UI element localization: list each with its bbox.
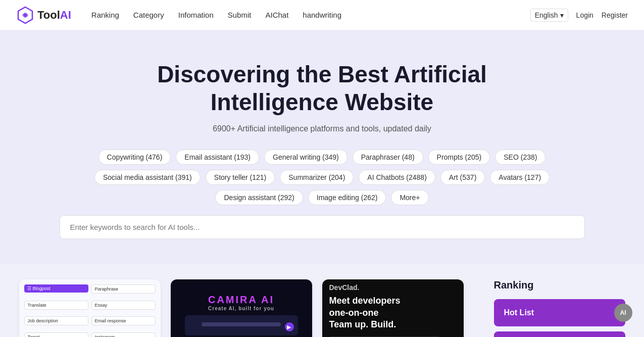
chip-email-response: Email response (91, 316, 156, 325)
nav-right: English ▾ Login Register (530, 9, 628, 22)
tag-paraphraser[interactable]: Paraphraser (48) (353, 150, 423, 165)
nav-item-infomation[interactable]: Infomation (178, 11, 214, 19)
tag-story-teller[interactable]: Story teller (121) (206, 170, 275, 185)
tools-grid: ☰ Blogpost Paraphrase Translate Essay Jo… (19, 279, 479, 337)
devclad-logo: DevClad. (329, 282, 360, 293)
register-button[interactable]: Register (602, 11, 628, 19)
tool-card-devclad[interactable]: DevClad. Meet developersone-on-oneTeam u… (322, 279, 464, 337)
tag-social-media-assistant[interactable]: Social media assistant (391) (94, 170, 201, 185)
nav-item-aichat[interactable]: AIChat (265, 11, 288, 19)
chip-blogpost: ☰ Blogpost (24, 284, 88, 293)
nav-item-ranking[interactable]: Ranking (91, 11, 119, 19)
search-input[interactable] (60, 215, 585, 239)
camira-sub-text: Create AI, built for you (208, 306, 274, 311)
tag-copywriting[interactable]: Copywriting (476) (98, 150, 171, 165)
tag-prompts[interactable]: Prompts (205) (428, 150, 490, 165)
tags-container: Copywriting (476) Email assistant (193) … (55, 150, 590, 205)
language-selector[interactable]: English ▾ (530, 9, 568, 22)
logo-text: ToolAI (37, 9, 71, 22)
chip-instagram: Instagram (91, 332, 156, 337)
tag-summarizer[interactable]: Summarizer (204) (280, 170, 354, 185)
header: ToolAI Ranking Category Infomation Submi… (0, 0, 644, 30)
tag-email-assistant[interactable]: Email assistant (193) (176, 150, 259, 165)
main-content: ☰ Blogpost Paraphrase Translate Essay Jo… (9, 264, 635, 337)
chevron-down-icon: ▾ (560, 11, 564, 19)
hero-title: Discovering the Best Artificial Intellig… (95, 61, 550, 116)
hot-list-button[interactable]: Hot List AI (494, 299, 625, 326)
tag-general-writing[interactable]: General writing (349) (264, 150, 348, 165)
tag-design-assistant[interactable]: Design assistant (292) (215, 190, 303, 205)
tag-seo[interactable]: SEO (238) (495, 150, 546, 165)
camira-logo-text: CAMIRA AI (208, 294, 274, 306)
tag-art[interactable]: Art (537) (440, 170, 485, 185)
tool-thumb-devclad: DevClad. Meet developersone-on-oneTeam u… (322, 279, 464, 337)
tool-card-camira[interactable]: CAMIRA AI Create AI, built for you ▶ CAM… (171, 279, 312, 337)
camira-demo-box: ▶ (185, 315, 298, 335)
login-button[interactable]: Login (576, 11, 593, 19)
search-container (55, 215, 590, 239)
ranking-sidebar: Ranking Hot List AI Category Ranking Reg… (494, 279, 625, 337)
nav-item-category[interactable]: Category (133, 11, 164, 19)
svg-point-1 (24, 14, 27, 17)
nav-item-handwriting[interactable]: handwriting (303, 11, 341, 19)
logo[interactable]: ToolAI (16, 6, 71, 24)
tag-ai-chatbots[interactable]: AI Chatbots (2488) (359, 170, 435, 185)
tool-card-crear-ai[interactable]: ☰ Blogpost Paraphrase Translate Essay Jo… (19, 279, 161, 337)
ranking-title: Ranking (494, 279, 625, 291)
chip-tweet: Tweet (24, 332, 88, 337)
tag-image-editing[interactable]: Image editing (262) (308, 190, 386, 205)
tool-thumb-crear: ☰ Blogpost Paraphrase Translate Essay Jo… (19, 279, 161, 337)
chip-job-description: Job description (24, 316, 88, 325)
devclad-tagline: Meet developersone-on-oneTeam up. Build. (329, 295, 401, 330)
chip-essay: Essay (91, 301, 156, 310)
hero-subtitle: 6900+ Artificial intelligence platforms … (10, 124, 634, 133)
hero-section: Discovering the Best Artificial Intellig… (0, 30, 644, 264)
ai-badge: AI (614, 304, 632, 322)
tool-thumb-camira: CAMIRA AI Create AI, built for you ▶ (171, 279, 312, 337)
tag-more[interactable]: More+ (391, 190, 428, 205)
nav-item-submit[interactable]: Submit (228, 11, 252, 19)
tag-avatars[interactable]: Avatars (127) (490, 170, 550, 185)
chip-translate: Translate (24, 301, 88, 310)
category-ranking-button[interactable]: Category Ranking (494, 331, 625, 337)
chip-paraphrase: Paraphrase (91, 284, 156, 294)
logo-icon (16, 6, 34, 24)
main-nav: Ranking Category Infomation Submit AICha… (91, 11, 530, 19)
